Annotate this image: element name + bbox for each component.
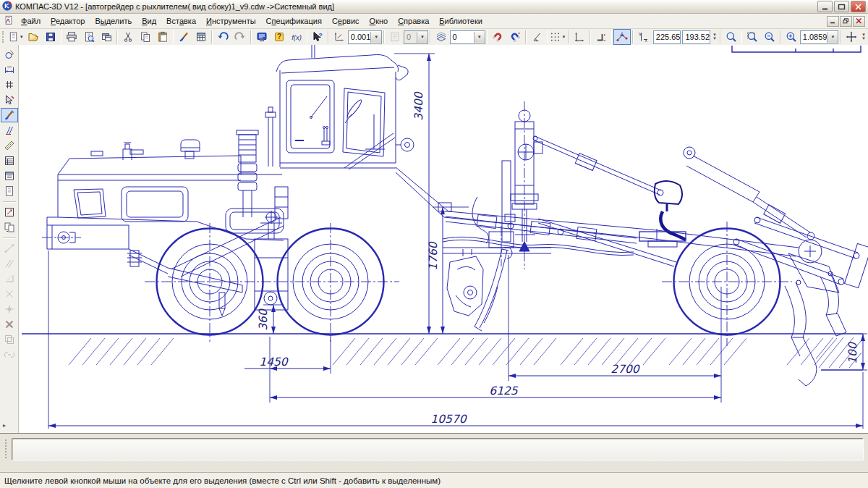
context-help-button[interactable]: ? bbox=[309, 29, 326, 45]
open-folder-button[interactable] bbox=[25, 29, 42, 45]
svg-text:360: 360 bbox=[257, 308, 270, 331]
grader-machine[interactable] bbox=[42, 45, 868, 386]
layer-combo-value: 0 bbox=[453, 33, 457, 41]
format-brush-button[interactable] bbox=[175, 29, 192, 45]
coord-x-field-value: 225.65 bbox=[656, 33, 681, 41]
undo-button[interactable] bbox=[214, 29, 231, 45]
snap-button[interactable] bbox=[613, 29, 631, 45]
zoom-in-button[interactable] bbox=[783, 29, 800, 45]
selection-tool-button[interactable] bbox=[1, 108, 18, 122]
trim-button[interactable] bbox=[1, 302, 18, 316]
toolbar-grip[interactable] bbox=[2, 31, 5, 43]
menu-item-7[interactable]: Спецификация bbox=[261, 15, 327, 27]
coord-x-field[interactable]: 225.65 bbox=[653, 30, 681, 44]
toolbar-overflow-icon[interactable]: ▼▼ bbox=[861, 33, 866, 41]
paste-button[interactable] bbox=[154, 29, 171, 45]
view-number-button[interactable] bbox=[386, 29, 404, 45]
dropdown-arrow-icon[interactable]: ▼ bbox=[20, 35, 24, 39]
parallel-line-button[interactable] bbox=[1, 256, 18, 271]
coord-y-field[interactable]: 193.52 bbox=[682, 30, 710, 44]
toolbar-separator bbox=[383, 30, 385, 43]
menu-item-3[interactable]: Выделить bbox=[90, 15, 137, 27]
layer-combo[interactable]: 0▼ bbox=[450, 30, 485, 44]
zoom-prev-button[interactable] bbox=[723, 29, 740, 45]
dropdown-arrow-icon[interactable]: ▼ bbox=[562, 35, 566, 39]
close-button[interactable] bbox=[851, 1, 866, 12]
mdi-close-button[interactable] bbox=[853, 16, 865, 27]
dimensions-tool-button[interactable] bbox=[1, 62, 18, 77]
dropdown-arrow-icon[interactable]: ▼ bbox=[474, 32, 485, 43]
magnet-blue-button[interactable] bbox=[506, 29, 524, 45]
coord-button[interactable]: Yx bbox=[635, 29, 652, 45]
zoom-window-button[interactable] bbox=[744, 29, 761, 45]
zoom-area-button[interactable] bbox=[761, 29, 778, 45]
menu-item-5[interactable]: Вставка bbox=[161, 15, 201, 27]
magnet-red-button[interactable] bbox=[489, 29, 506, 45]
angle-ortho-button[interactable] bbox=[528, 29, 545, 45]
ortho-button[interactable] bbox=[592, 29, 610, 45]
minimize-button[interactable] bbox=[817, 1, 833, 12]
menu-item-8[interactable]: Сервис bbox=[327, 15, 365, 27]
mdi-minimize-button[interactable] bbox=[827, 16, 839, 27]
grid-button[interactable]: ▼ bbox=[549, 29, 566, 45]
copy-shape-button[interactable] bbox=[1, 332, 18, 347]
specification-tool-button[interactable] bbox=[1, 153, 18, 168]
zoom-combo[interactable]: 1.0859▼ bbox=[800, 30, 839, 44]
main-frame bbox=[396, 167, 822, 263]
pan-button[interactable] bbox=[843, 29, 860, 45]
mdi-restore-button[interactable] bbox=[840, 16, 852, 27]
toolbar-separator bbox=[487, 30, 488, 43]
assoc-view-button[interactable] bbox=[1, 205, 18, 219]
parametrization-tool-button[interactable] bbox=[1, 123, 18, 138]
menu-item-10[interactable]: Справка bbox=[393, 15, 434, 27]
variables-monitor-button[interactable] bbox=[253, 29, 271, 45]
grid-icon bbox=[550, 31, 561, 43]
delete-object-button[interactable] bbox=[1, 317, 18, 332]
chain-button[interactable] bbox=[1, 348, 18, 362]
cut-button[interactable] bbox=[119, 29, 137, 45]
menu-item-2[interactable]: Редактор bbox=[46, 15, 90, 27]
menu-item-9[interactable]: Окно bbox=[365, 15, 393, 27]
grader-drawing[interactable]: 3400 1760 360 1450 2700 6125 10570 100 bbox=[19, 45, 868, 433]
menu-item-1[interactable]: Файл bbox=[16, 15, 46, 27]
cross-line-button[interactable] bbox=[1, 287, 18, 301]
view-number-combo[interactable]: 0▼ bbox=[404, 30, 428, 44]
print-preview-button[interactable] bbox=[80, 29, 98, 45]
annotations-tool-button[interactable] bbox=[1, 77, 18, 92]
properties-table-button[interactable] bbox=[192, 29, 210, 45]
dropdown-arrow-icon[interactable]: ▼ bbox=[370, 32, 381, 43]
ground-lines[interactable] bbox=[22, 334, 868, 370]
new-doc-button[interactable]: ▼ bbox=[7, 29, 25, 45]
editing-tool-button[interactable] bbox=[1, 93, 18, 107]
drawing-canvas[interactable]: 3400 1760 360 1450 2700 6125 10570 100 bbox=[19, 45, 868, 433]
help-book-button[interactable]: ? bbox=[271, 29, 288, 45]
copy-properties-button[interactable] bbox=[1, 220, 18, 235]
new-window-button[interactable] bbox=[98, 29, 115, 45]
menu-item-11[interactable]: Библиотеки bbox=[434, 15, 488, 27]
dropdown-arrow-icon[interactable]: ▼ bbox=[827, 32, 838, 43]
accuracy-combo[interactable]: 0.001▼ bbox=[348, 30, 383, 44]
redo-button[interactable] bbox=[231, 29, 249, 45]
menu-item-6[interactable]: Инструменты bbox=[201, 15, 261, 27]
dropdown-arrow-icon[interactable]: ▼ bbox=[417, 32, 427, 43]
menu-item-4[interactable]: Вид bbox=[137, 15, 161, 27]
property-bar-handle[interactable] bbox=[5, 439, 9, 458]
fx-button[interactable]: f(x) bbox=[288, 29, 305, 45]
sheet-tool-button[interactable] bbox=[1, 184, 18, 198]
toolbar-overflow-icon[interactable]: ▼▼ bbox=[712, 33, 717, 41]
measurement-tool-button[interactable] bbox=[1, 138, 18, 153]
line-button[interactable] bbox=[1, 241, 18, 256]
reports-tool-button[interactable] bbox=[1, 169, 18, 183]
cab bbox=[275, 45, 414, 219]
save-floppy-button[interactable] bbox=[42, 29, 59, 45]
geometry-tool-button[interactable] bbox=[1, 47, 18, 62]
svg-text:100: 100 bbox=[846, 342, 859, 364]
panel-expander[interactable]: ▸ bbox=[0, 422, 6, 429]
copy-button[interactable] bbox=[137, 29, 154, 45]
axes-button[interactable] bbox=[571, 29, 588, 45]
offset-line-button[interactable] bbox=[1, 272, 18, 286]
print-button[interactable] bbox=[63, 29, 80, 45]
maximize-button[interactable] bbox=[834, 1, 849, 12]
layers-button[interactable] bbox=[433, 29, 450, 45]
accuracy-button[interactable] bbox=[331, 29, 348, 45]
